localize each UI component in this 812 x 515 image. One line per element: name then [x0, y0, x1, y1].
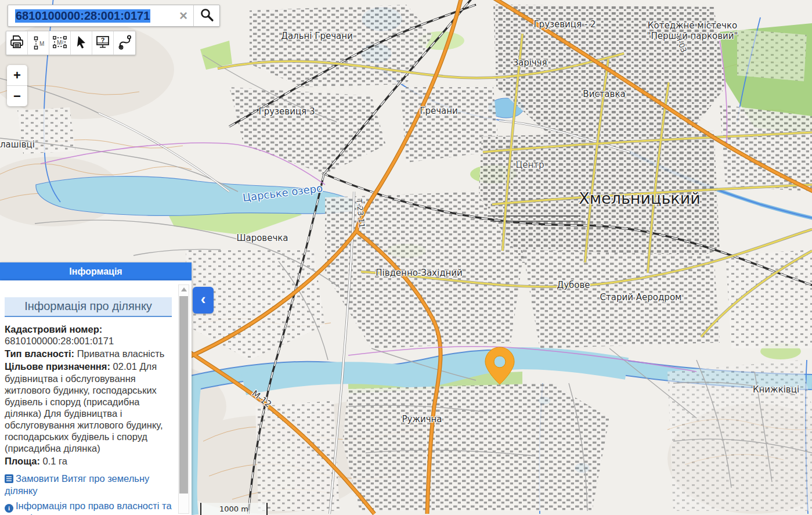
zoom-controls: + −	[7, 65, 27, 106]
info-panel: Інформація про ділянку Кадастровий номер…	[0, 280, 192, 515]
section-title: Інформація про ділянку	[5, 297, 172, 317]
purpose-value: 02.01 Для будівництва і обслуговування ж…	[5, 361, 163, 453]
info-panel-header: Інформація	[0, 262, 192, 280]
measure-area-button[interactable]: M²	[49, 31, 71, 55]
zoom-in-button[interactable]: +	[7, 65, 27, 85]
svg-text:M: M	[39, 41, 44, 47]
help-button[interactable]: ?	[92, 31, 114, 55]
svg-text:M²: M²	[57, 39, 64, 46]
panel-scrollbar[interactable]	[178, 284, 189, 514]
document-list-icon	[5, 474, 13, 485]
cadastral-number-value: 6810100000:28:001:0171	[5, 336, 114, 346]
parcel-links: Замовити Витяг про земельну ділянку iІнф…	[5, 473, 172, 515]
route-button[interactable]	[114, 31, 135, 55]
search-input[interactable]: 6810100000:28:001:0171	[8, 9, 174, 23]
ownership-info-link[interactable]: iІнформація про право власності та речов…	[5, 500, 172, 515]
collapse-panel-button[interactable]: ‹	[193, 287, 214, 314]
ownership-value: Приватна власність	[77, 348, 165, 359]
purpose-field: Цільове призначення: 02.01 Для будівницт…	[5, 361, 172, 454]
search-box: 6810100000:28:001:0171 ×	[8, 5, 220, 27]
ownership-label: Тип власності:	[5, 348, 74, 359]
cursor-button[interactable]	[71, 31, 92, 55]
cadastral-number-label: Кадастровий номер:	[5, 323, 172, 335]
measure-length-icon: M	[30, 35, 46, 51]
scrollbar-up-button[interactable]	[181, 287, 187, 291]
area-value: 0.1 га	[43, 456, 67, 466]
parcel-fields: Кадастровий номер:6810100000:28:001:0171…	[5, 323, 172, 467]
map-toolbar: M M² ?	[6, 31, 136, 55]
scale-bar: 1000 m	[200, 503, 268, 515]
zoom-out-button[interactable]: −	[7, 86, 27, 106]
order-extract-link[interactable]: Замовити Витяг про земельну ділянку	[5, 473, 172, 497]
area-field: Площа: 0.1 га	[5, 455, 172, 467]
app-window: Дальні Гречани Грузевиця - 2 Котеджне мі…	[0, 0, 812, 515]
scale-label: 1000 m	[219, 505, 248, 513]
printer-icon	[9, 34, 25, 52]
route-icon	[117, 34, 133, 52]
purpose-label: Цільове призначення:	[5, 361, 110, 372]
measure-length-button[interactable]: M	[28, 31, 49, 55]
cursor-icon	[74, 34, 89, 52]
svg-text:?: ?	[101, 37, 105, 44]
area-label: Площа:	[5, 456, 40, 466]
print-button[interactable]	[6, 31, 28, 55]
ownership-field: Тип власності: Приватна власність	[5, 348, 172, 359]
info-panel-content: Інформація про ділянку Кадастровий номер…	[0, 280, 176, 515]
monitor-question-icon: ?	[95, 34, 111, 52]
scrollbar-thumb[interactable]	[179, 296, 188, 494]
cadastral-number-field: Кадастровий номер:6810100000:28:001:0171	[5, 323, 172, 347]
clear-search-button[interactable]: ×	[174, 6, 193, 26]
search-icon	[199, 7, 214, 24]
info-circle-icon: i	[5, 504, 13, 513]
search-button[interactable]	[193, 5, 219, 26]
search-value-selected: 6810100000:28:001:0171	[15, 9, 150, 23]
measure-area-icon: M²	[51, 34, 68, 52]
